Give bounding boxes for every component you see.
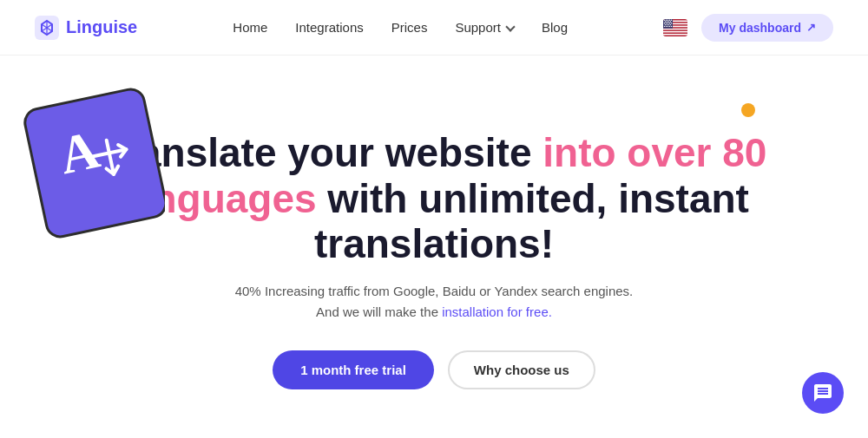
svg-point-14 [665,21,666,22]
logo-link[interactable]: Linguise [35,16,137,40]
chat-button[interactable] [802,372,844,414]
free-trial-button[interactable]: 1 month free trial [273,350,434,389]
svg-point-17 [670,21,671,22]
svg-point-19 [666,23,667,23]
translation-card-illustration: A [9,82,165,245]
navbar: Linguise Home Integrations Prices Suppor… [0,0,868,56]
svg-point-11 [667,19,668,20]
nav-item-prices[interactable]: Prices [391,20,428,36]
svg-point-27 [664,25,665,26]
svg-point-21 [669,23,670,23]
logo-text: Linguise [66,17,137,37]
svg-rect-5 [663,28,687,29]
hero-title-part1: Translate your website [102,130,543,175]
dashboard-label: My dashboard [719,21,801,35]
logo-icon [35,16,59,40]
svg-point-29 [667,25,668,26]
nav-item-blog[interactable]: Blog [542,20,568,36]
svg-point-12 [669,19,670,20]
svg-point-20 [667,23,668,23]
chat-icon [812,382,833,403]
svg-point-13 [671,19,672,20]
svg-point-18 [664,23,665,23]
nav-item-integrations[interactable]: Integrations [295,20,363,36]
nav-links: Home Integrations Prices Support Blog [233,20,568,36]
svg-rect-7 [663,33,687,35]
svg-point-26 [670,23,671,24]
svg-point-31 [671,25,672,26]
nav-item-home[interactable]: Home [233,20,267,36]
external-link-icon: ↗ [806,21,816,34]
hero-buttons: 1 month free trial Why choose us [273,350,595,389]
svg-point-15 [667,21,667,22]
nav-item-support[interactable]: Support [455,20,514,35]
svg-point-9 [664,19,665,20]
hero-subtitle: 40% Increasing traffic from Google, Baid… [235,281,634,323]
svg-point-24 [667,23,667,24]
why-choose-us-button[interactable]: Why choose us [448,350,595,389]
orange-dot-decoration [741,103,755,117]
svg-point-30 [669,25,670,26]
svg-point-22 [671,23,672,23]
hero-subtitle-line1: 40% Increasing traffic from Google, Baid… [235,284,634,298]
hero-title: Translate your website into over 80 lang… [95,130,773,268]
language-flag[interactable] [663,19,687,36]
svg-point-10 [666,19,667,20]
svg-point-25 [668,23,669,24]
hero-subtitle-line2: And we will make the [316,304,442,319]
support-dropdown-icon [505,22,515,31]
svg-rect-6 [663,30,687,32]
svg-point-23 [665,23,666,24]
svg-point-16 [668,21,669,22]
dashboard-button[interactable]: My dashboard ↗ [701,14,833,42]
svg-point-28 [666,25,667,26]
installation-link[interactable]: installation for free. [442,304,552,319]
hero-section: A Translate your website into over 80 la… [0,56,868,438]
hero-title-part3: with unlimited, instant translations! [314,176,749,267]
nav-right: My dashboard ↗ [663,14,833,42]
